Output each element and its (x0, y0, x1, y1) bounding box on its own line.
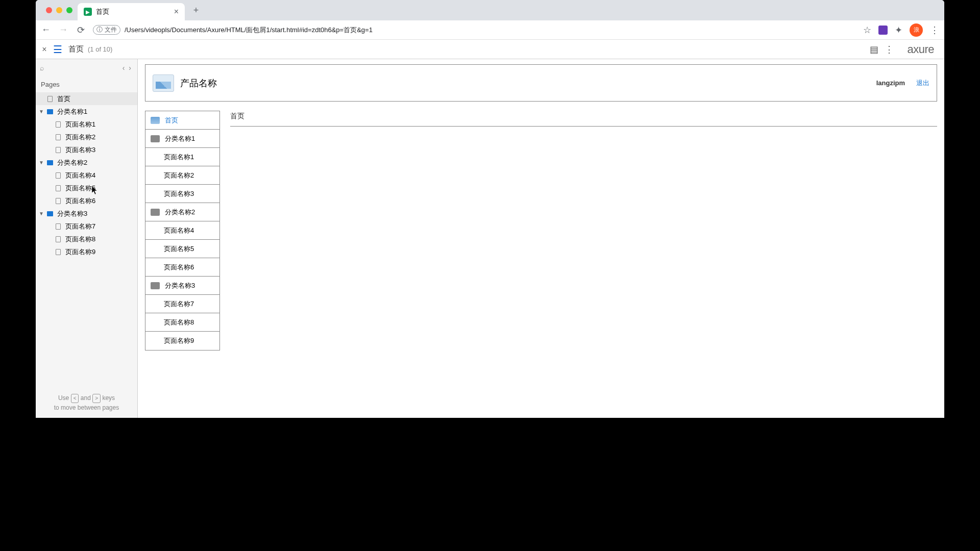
divider (230, 126, 937, 127)
left-key-icon: < (71, 394, 79, 403)
page-tree: 首页▼分类名称1页面名称1页面名称2页面名称3▼分类名称2页面名称4页面名称5页… (36, 92, 137, 388)
menu-item-label: 页面名称3 (164, 189, 194, 198)
folder-icon (151, 209, 160, 216)
sidebar-footer: Use < and > keys to move between pages (36, 388, 137, 418)
reload-button[interactable]: ⟳ (76, 24, 86, 36)
tree-page[interactable]: 页面名称8 (36, 233, 137, 245)
tree-page[interactable]: 页面名称4 (36, 169, 137, 182)
menu-category-item[interactable]: 分类名称2 (145, 203, 219, 221)
search-icon[interactable]: ⌕ (40, 64, 44, 72)
menu-item-label: 分类名称2 (165, 208, 195, 217)
close-panel-icon[interactable]: × (36, 45, 53, 54)
menu-item-label: 页面名称5 (164, 244, 194, 254)
menu-home-item[interactable]: 首页 (145, 111, 219, 130)
bookmark-star-icon[interactable]: ☆ (863, 24, 871, 36)
file-origin-chip: ⓘ 文件 (93, 25, 120, 35)
prototype-canvas: 产品名称 langzipm 退出 首页分类名称1页面名称1页面名称2页面名称3分… (138, 59, 944, 418)
menu-sub-item[interactable]: 页面名称3 (145, 185, 219, 203)
menu-sub-item[interactable]: 页面名称5 (145, 240, 219, 258)
next-page-icon[interactable]: › (127, 64, 133, 72)
product-title: 产品名称 (180, 77, 217, 89)
tree-folder[interactable]: ▼分类名称3 (36, 207, 137, 220)
menu-sub-item[interactable]: 页面名称6 (145, 258, 219, 277)
omnibox[interactable]: ⓘ 文件 /Users/videopls/Documents/Axure/HTM… (93, 25, 856, 35)
username-label: langzipm (876, 79, 905, 87)
axure-logo: axure (897, 43, 944, 56)
prev-page-icon[interactable]: ‹ (120, 64, 127, 72)
menu-sub-item[interactable]: 页面名称8 (145, 313, 219, 332)
home-icon (151, 117, 160, 124)
toolbar-right: ☆ ✦ 浪 ⋮ (863, 23, 939, 37)
url-text: /Users/videopls/Documents/Axure/HTML/面包屑… (125, 26, 373, 35)
chrome-menu-icon[interactable]: ⋮ (930, 24, 939, 36)
menu-item-label: 页面名称7 (164, 299, 194, 309)
logout-link[interactable]: 退出 (916, 79, 929, 88)
tree-page[interactable]: 页面名称5 (36, 182, 137, 194)
hamburger-icon[interactable]: ☰ (53, 43, 68, 56)
new-tab-button[interactable]: + (189, 3, 203, 17)
menu-sub-item[interactable]: 页面名称9 (145, 332, 219, 350)
more-icon[interactable]: ⋮ (881, 44, 897, 55)
current-page-name: 首页 (68, 44, 84, 54)
menu-sub-item[interactable]: 页面名称4 (145, 221, 219, 240)
menu-item-label: 页面名称8 (164, 318, 194, 327)
window-controls (41, 7, 78, 13)
forward-button[interactable]: → (58, 24, 68, 35)
extension-icon[interactable] (878, 26, 888, 35)
maximize-window[interactable] (66, 7, 72, 13)
tree-page[interactable]: 页面名称2 (36, 131, 137, 143)
menu-category-item[interactable]: 分类名称3 (145, 277, 219, 295)
tree-page[interactable]: 页面名称6 (36, 194, 137, 207)
close-tab-icon[interactable]: × (174, 7, 179, 16)
menu-category-item[interactable]: 分类名称1 (145, 130, 219, 148)
axure-toolbar: × ☰ 首页 (1 of 10) ▤ ⋮ axure (36, 40, 944, 59)
tree-page[interactable]: 页面名称7 (36, 220, 137, 233)
address-bar: ← → ⟳ ⓘ 文件 /Users/videopls/Documents/Axu… (36, 20, 944, 40)
tree-folder[interactable]: ▼分类名称2 (36, 156, 137, 169)
back-button[interactable]: ← (41, 24, 51, 35)
browser-window: ▶ 首页 × + ← → ⟳ ⓘ 文件 /Users/videopls/Docu… (36, 0, 944, 418)
menu-item-label: 页面名称4 (164, 226, 194, 235)
tab-strip: ▶ 首页 × + (36, 0, 944, 20)
menu-item-label: 页面名称2 (164, 171, 194, 180)
breadcrumb: 首页 (230, 112, 937, 121)
right-key-icon: > (92, 394, 101, 403)
caret-down-icon[interactable]: ▼ (39, 109, 46, 114)
close-window[interactable] (46, 7, 52, 13)
tree-page[interactable]: 首页 (36, 92, 137, 105)
tab-title: 首页 (96, 7, 109, 16)
extensions-puzzle-icon[interactable]: ✦ (895, 24, 902, 36)
menu-item-label: 首页 (165, 116, 178, 125)
tab-favicon: ▶ (84, 8, 92, 16)
nav-menu: 首页分类名称1页面名称1页面名称2页面名称3分类名称2页面名称4页面名称5页面名… (145, 111, 220, 350)
logo-placeholder-icon (153, 74, 174, 92)
pages-sidebar: ⌕ ‹ › Pages 首页▼分类名称1页面名称1页面名称2页面名称3▼分类名称… (36, 59, 138, 418)
browser-tab[interactable]: ▶ 首页 × (78, 3, 185, 20)
page-count: (1 of 10) (88, 45, 112, 53)
menu-sub-item[interactable]: 页面名称2 (145, 166, 219, 185)
menu-item-label: 页面名称1 (164, 153, 194, 162)
tree-folder[interactable]: ▼分类名称1 (36, 105, 137, 118)
content-area: 首页 (230, 111, 937, 350)
caret-down-icon[interactable]: ▼ (39, 211, 46, 216)
menu-sub-item[interactable]: 页面名称7 (145, 295, 219, 313)
profile-avatar[interactable]: 浪 (910, 23, 923, 37)
tree-page[interactable]: 页面名称3 (36, 143, 137, 156)
menu-item-label: 页面名称9 (164, 336, 194, 345)
tree-page[interactable]: 页面名称9 (36, 245, 137, 258)
minimize-window[interactable] (56, 7, 62, 13)
menu-item-label: 页面名称6 (164, 263, 194, 272)
pages-label: Pages (36, 77, 137, 92)
menu-item-label: 分类名称1 (165, 134, 195, 143)
folder-icon (151, 135, 160, 142)
caret-down-icon[interactable]: ▼ (39, 160, 46, 165)
menu-sub-item[interactable]: 页面名称1 (145, 148, 219, 166)
folder-icon (151, 282, 160, 289)
tree-page[interactable]: 页面名称1 (36, 118, 137, 131)
info-icon: ⓘ (96, 26, 103, 34)
workspace: ⌕ ‹ › Pages 首页▼分类名称1页面名称1页面名称2页面名称3▼分类名称… (36, 59, 944, 418)
notes-icon[interactable]: ▤ (866, 44, 881, 55)
menu-item-label: 分类名称3 (165, 281, 195, 290)
product-header: 产品名称 langzipm 退出 (145, 64, 937, 102)
